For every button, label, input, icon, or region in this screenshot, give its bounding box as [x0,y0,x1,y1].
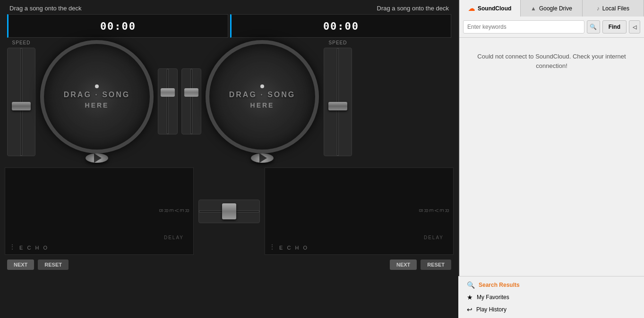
turntable-dot-left [95,84,99,88]
speed-section-left: SPEED [5,40,38,163]
reverb-label-left: REVERB [158,209,189,213]
waveforms: 00:00 00:00 [0,14,458,38]
bottom-nav: 🔍 Search Results ★ My Favorites ↩ Play H… [458,276,644,318]
local-icon: ♪ [597,5,600,12]
reverb-label-right: REVERB [418,209,449,213]
right-panel-content: Could not connect to SoundCloud. Check y… [459,38,644,318]
decks-area: SPEED DRAG · SONG HERE [0,38,458,165]
drag-labels: Drag a song onto the deck Drag a song on… [0,0,458,14]
search-results-icon: 🔍 [467,281,475,289]
waveform-right[interactable]: 00:00 [230,14,451,38]
turntable-inner-right: DRAG · SONG HERE [229,84,296,109]
speed-section-right: SPEED [321,40,354,163]
tab-soundcloud[interactable]: ☁ SoundCloud [459,0,521,17]
search-input[interactable] [463,20,584,33]
find-button[interactable]: Find [602,20,627,33]
turntable-left[interactable]: DRAG · SONG HERE [40,40,154,153]
turntable-text1-left: DRAG · SONG [64,91,130,99]
nav-prev-icon: ◁ [633,24,636,30]
favorites-icon: ★ [467,293,473,301]
fader-track-left [167,69,169,134]
fader-pair [158,68,201,134]
next-button-right[interactable]: NEXT [390,259,417,270]
waveform-time-left: 00:00 [100,20,136,32]
tab-local-files[interactable]: ♪ Local Files [583,0,644,17]
history-label: Play History [476,306,507,313]
delay-label-left: DELAY [164,235,184,240]
turntable-text1-right: DRAG · SONG [229,91,296,99]
tab-local-files-label: Local Files [602,5,629,12]
speed-label-right: SPEED [329,40,347,45]
bottom-buttons-row: NEXT RESET NEXT RESET [0,257,458,272]
effects-area: REVERB DELAY ⋮ E C H O REVERB DELAY ⋮ E … [0,165,458,257]
echo-label-left: E C H O [19,245,49,251]
nav-prev-button[interactable]: ◁ [629,20,640,33]
deck-right: DRAG · SONG HERE [206,40,319,163]
waveform-time-right: 00:00 [323,20,359,32]
crossfader-handle[interactable] [222,203,236,219]
nav-play-history[interactable]: ↩ Play History [463,303,639,316]
tab-google-drive[interactable]: ▲ Google Drive [521,0,582,17]
dots-icon-left: ⋮ [9,243,16,251]
left-buttons: NEXT RESET [7,259,69,270]
effect-panel-left: REVERB DELAY ⋮ E C H O [5,167,194,255]
right-buttons: NEXT RESET [390,259,451,270]
right-panel: ☁ SoundCloud ▲ Google Drive ♪ Local File… [458,0,644,318]
favorites-label: My Favorites [477,294,509,301]
turntable-inner-left: DRAG · SONG HERE [64,84,130,109]
drive-icon: ▲ [531,5,536,12]
nav-search-results[interactable]: 🔍 Search Results [463,279,639,291]
soundcloud-icon: ☁ [468,5,475,12]
delay-label-right: DELAY [424,235,444,240]
speed-handle-right[interactable] [328,102,347,110]
echo-label-right: E C H O [279,245,309,251]
crossfader-center [196,167,262,255]
reset-button-left[interactable]: RESET [38,259,69,270]
fader-handle-right[interactable] [184,88,198,97]
fader-track-right [190,69,192,134]
waveform-left[interactable]: 00:00 [7,14,228,38]
play-button-left[interactable] [86,153,108,163]
tab-google-drive-label: Google Drive [539,5,572,12]
nav-my-favorites[interactable]: ★ My Favorites [463,291,639,303]
dots-icon-right: ⋮ [269,243,275,251]
deck-left: DRAG · SONG HERE [40,40,154,163]
turntable-text2-left: HERE [85,101,109,109]
dj-main: Drag a song onto the deck Drag a song on… [0,0,458,318]
center-controls [156,40,203,163]
search-bar: 🔍 Find ◁ [459,17,644,38]
turntable-right[interactable]: DRAG · SONG HERE [206,40,319,153]
speed-slider-left[interactable] [7,48,35,156]
history-icon: ↩ [467,306,472,313]
fader-right[interactable] [181,68,201,134]
fader-handle-left[interactable] [161,88,175,97]
fader-left[interactable] [158,68,178,134]
speed-slider-right[interactable] [324,48,352,156]
play-button-right[interactable] [251,153,274,163]
search-icon: 🔍 [590,24,597,30]
error-message: Could not connect to SoundCloud. Check y… [459,38,644,84]
turntable-text2-right: HERE [250,101,275,109]
speed-label-left: SPEED [12,40,31,45]
search-icon-button[interactable]: 🔍 [587,20,600,33]
reset-button-right[interactable]: RESET [421,259,451,270]
tab-soundcloud-label: SoundCloud [478,5,511,12]
tab-bar: ☁ SoundCloud ▲ Google Drive ♪ Local File… [459,0,644,17]
next-button-left[interactable]: NEXT [7,259,34,270]
search-results-label: Search Results [479,282,520,288]
crossfader[interactable] [198,200,260,223]
effect-panel-right: REVERB DELAY ⋮ E C H O [265,167,454,255]
drag-label-right: Drag a song onto the deck [377,5,449,12]
turntable-dot-right [260,84,264,88]
drag-label-left: Drag a song onto the deck [9,5,82,12]
speed-handle-left[interactable] [12,102,31,110]
